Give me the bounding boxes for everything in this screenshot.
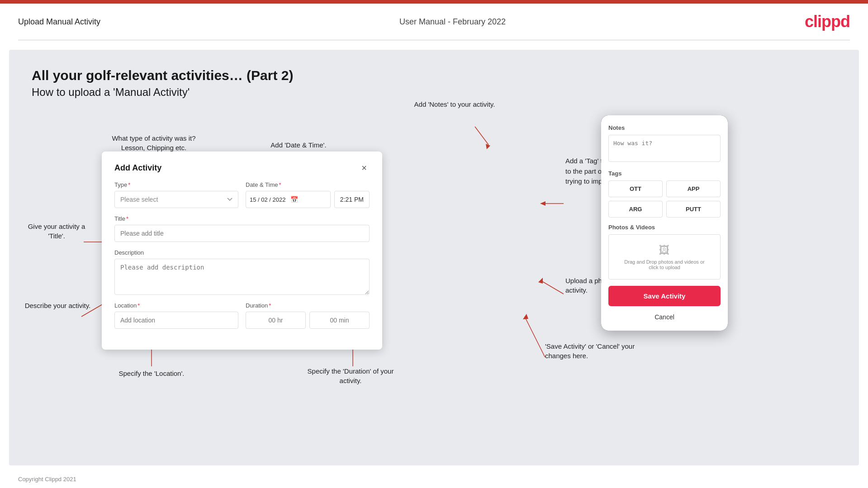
location-input[interactable] <box>114 312 238 329</box>
header-divider <box>18 40 850 40</box>
time-input[interactable]: 2:21 PM <box>334 191 370 208</box>
datetime-inputs: 15 / 02 / 2022 📅 2:21 PM <box>246 191 370 208</box>
annotation-location: Specify the 'Location'. <box>109 369 194 378</box>
duration-group: Duration* <box>246 302 370 329</box>
duration-hr-input[interactable] <box>246 312 306 329</box>
type-date-row: Type* Please select Date & Time* 15 / 02… <box>114 181 370 208</box>
tag-putt[interactable]: PUTT <box>666 201 721 218</box>
upload-icon: 🖼 <box>618 244 711 256</box>
add-activity-dialog: Add Activity × Type* Please select Date … <box>102 152 382 350</box>
description-label: Description <box>114 249 370 256</box>
location-duration-row: Location* Duration* <box>114 302 370 329</box>
type-select[interactable]: Please select <box>114 191 238 208</box>
svg-marker-15 <box>540 201 545 206</box>
date-input[interactable]: 15 / 02 / 2022 📅 <box>246 191 331 208</box>
manual-title: User Manual - February 2022 <box>100 17 805 27</box>
title-group: Title* <box>114 215 370 242</box>
duration-min-input[interactable] <box>309 312 370 329</box>
tag-arg[interactable]: ARG <box>608 201 663 218</box>
top-accent-bar <box>0 0 868 4</box>
save-activity-button[interactable]: Save Activity <box>608 286 721 306</box>
dialog-header: Add Activity × <box>114 162 370 173</box>
dialog-close-button[interactable]: × <box>359 162 370 173</box>
tag-ott[interactable]: OTT <box>608 180 663 197</box>
footer-copyright: Copyright Clippd 2021 <box>18 476 76 483</box>
header: Upload Manual Activity User Manual - Feb… <box>0 4 868 40</box>
tags-label: Tags <box>608 170 721 177</box>
duration-inputs <box>246 312 370 329</box>
brand-logo: clippd <box>805 12 850 31</box>
notes-input[interactable] <box>608 135 721 162</box>
section-subtitle: How to upload a 'Manual Activity' <box>32 86 836 99</box>
cancel-button[interactable]: Cancel <box>608 311 721 323</box>
title-label: Title* <box>114 215 370 222</box>
phone-mockup: Notes Tags OTT APP ARG PUTT Photos & Vid… <box>601 115 728 331</box>
annotation-type: What type of activity was it? Lesson, Ch… <box>109 133 199 152</box>
svg-line-16 <box>541 280 564 294</box>
annotation-description: Describe your activity. <box>23 301 93 310</box>
annotation-duration: Specify the 'Duration' of your activity. <box>299 366 403 385</box>
type-group: Type* Please select <box>114 181 238 208</box>
annotation-save: 'Save Activity' or 'Cancel' your changes… <box>545 341 658 360</box>
section-title: All your golf-relevant activities… (Part… <box>32 68 836 83</box>
photos-label: Photos & Videos <box>608 224 721 231</box>
main-content: All your golf-relevant activities… (Part… <box>9 50 859 465</box>
duration-label: Duration* <box>246 302 370 309</box>
location-group: Location* <box>114 302 238 329</box>
annotation-title: Give your activity a 'Title'. <box>20 222 93 241</box>
svg-line-18 <box>525 317 545 357</box>
datetime-label: Date & Time* <box>246 181 370 188</box>
page-title: Upload Manual Activity <box>18 17 100 27</box>
datetime-group: Date & Time* 15 / 02 / 2022 📅 2:21 PM <box>246 181 370 208</box>
location-label: Location* <box>114 302 238 309</box>
description-group: Description <box>114 249 370 295</box>
phone-screen: Notes Tags OTT APP ARG PUTT Photos & Vid… <box>601 115 728 331</box>
tags-grid: OTT APP ARG PUTT <box>608 180 721 218</box>
description-input[interactable] <box>114 259 370 295</box>
notes-label: Notes <box>608 124 721 131</box>
dialog-title: Add Activity <box>114 163 161 173</box>
annotation-datetime: Add 'Date & Time'. <box>262 140 335 150</box>
svg-marker-13 <box>486 144 490 149</box>
tag-app[interactable]: APP <box>666 180 721 197</box>
photos-upload-area[interactable]: 🖼 Drag and Drop photos and videos or cli… <box>608 234 721 280</box>
annotation-notes: Add 'Notes' to your activity. <box>405 99 504 109</box>
type-label: Type* <box>114 181 238 188</box>
svg-marker-17 <box>538 278 543 284</box>
svg-marker-19 <box>523 314 528 319</box>
title-input[interactable] <box>114 225 370 242</box>
upload-hint: Drag and Drop photos and videos or click… <box>618 259 711 270</box>
svg-line-12 <box>475 127 489 145</box>
